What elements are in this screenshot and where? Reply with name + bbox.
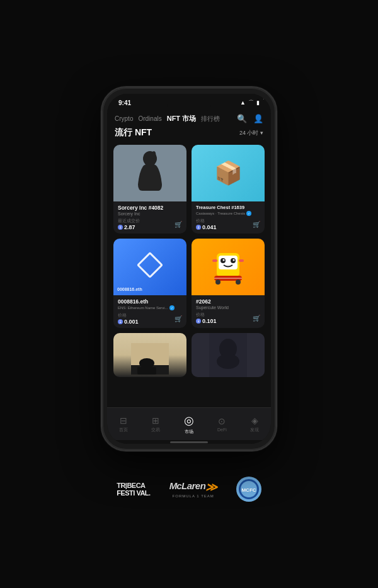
nft-image-6 bbox=[192, 333, 265, 377]
eth-icon-2: Ξ bbox=[196, 225, 201, 230]
profile-icon[interactable]: 👤 bbox=[253, 114, 263, 123]
price-row-2: 价格 Ξ 0.041 🛒 bbox=[196, 218, 260, 230]
phone-shell: 9:41 ▲ ⌒ ▮ Crypto Ordinals NFT 市场 排行榜 🔍 … bbox=[101, 86, 277, 451]
svg-point-7 bbox=[233, 259, 235, 261]
cart-icon-1[interactable]: 🛒 bbox=[175, 221, 182, 228]
market-icon: ◎ bbox=[184, 414, 194, 427]
cart-icon-4[interactable]: 🛒 bbox=[253, 315, 260, 322]
bottom-nav-market[interactable]: ◎ 市场 bbox=[184, 414, 194, 435]
trade-label: 交易 bbox=[151, 427, 160, 433]
nft-collection-2: Castaways · Treasure Chests ✓ bbox=[196, 211, 260, 216]
svg-rect-9 bbox=[239, 259, 244, 262]
nft-image-3: 0008816.eth bbox=[113, 239, 186, 295]
nft-card-6[interactable] bbox=[192, 333, 265, 377]
eth-icon-3: Ξ bbox=[118, 319, 123, 324]
page-header: 流行 NFT 24 小时 ▾ bbox=[107, 126, 271, 142]
eth-icon-1: Ξ bbox=[118, 225, 123, 230]
nft-name-4: #2062 bbox=[196, 298, 211, 305]
ens-image-label: 0008816.eth bbox=[117, 287, 142, 291]
status-time: 9:41 bbox=[118, 99, 131, 106]
price-label-3: 价格 bbox=[118, 313, 139, 319]
nav-bar: Crypto Ordinals NFT 市场 排行榜 🔍 👤 bbox=[107, 111, 271, 126]
bottom-nav-home[interactable]: ⊟ 首页 bbox=[119, 416, 128, 433]
nft-collection-1: Sorcery Inc bbox=[118, 212, 182, 216]
nav-ordinals[interactable]: Ordinals bbox=[138, 115, 161, 122]
mclaren-logo: McLaren≫ FORMULA 1 TEAM bbox=[169, 480, 217, 498]
nft-card-2[interactable]: 📦 Treasure Chest #1639 ⋯ Castaways · Tre… bbox=[192, 145, 265, 234]
svg-point-12 bbox=[236, 280, 241, 285]
nft-grid: Sorcery Inc #4082 Sorcery Inc 最近成交价 Ξ bbox=[113, 145, 265, 377]
price-value-1: Ξ 2.87 bbox=[118, 224, 140, 230]
nft-name-2: Treasure Chest #1639 bbox=[196, 205, 244, 210]
nft-card-3[interactable]: 0008816.eth 0008816.eth ENS: Ethereum Na… bbox=[113, 239, 186, 328]
nft-image-5 bbox=[113, 333, 186, 377]
wifi-icon: ⌒ bbox=[248, 99, 254, 107]
nav-ranking[interactable]: 排行榜 bbox=[201, 115, 220, 123]
nft-info-1: Sorcery Inc #4082 Sorcery Inc 最近成交价 Ξ bbox=[113, 201, 186, 234]
nft-card-5[interactable] bbox=[113, 333, 186, 377]
nft-collection-4: Supercute World bbox=[196, 305, 260, 310]
verified-badge-3: ✓ bbox=[169, 305, 175, 310]
svg-rect-13 bbox=[214, 278, 242, 279]
nft-image-2: 📦 bbox=[192, 145, 265, 201]
phone-screen: 9:41 ▲ ⌒ ▮ Crypto Ordinals NFT 市场 排行榜 🔍 … bbox=[107, 94, 271, 444]
mclaren-name: McLaren≫ bbox=[169, 480, 217, 494]
page-title: 流行 NFT bbox=[115, 127, 152, 139]
bottom-nav-defi[interactable]: ⊙ DeFi bbox=[217, 416, 227, 432]
bottom-nav-trade[interactable]: ⊞ 交易 bbox=[151, 416, 160, 433]
svg-point-6 bbox=[223, 259, 225, 261]
search-icon[interactable]: 🔍 bbox=[237, 114, 247, 123]
discover-label: 发现 bbox=[250, 427, 259, 433]
tribeca-logo: TR|BECA FESTI VAL. bbox=[117, 482, 150, 497]
mancity-logo: MCFC bbox=[236, 477, 261, 502]
svg-point-20 bbox=[217, 354, 239, 369]
notch bbox=[167, 100, 211, 111]
nft-collection-3: ENS: Ethereum Name Servi... ✓ bbox=[118, 305, 182, 310]
mclaren-subtitle: FORMULA 1 TEAM bbox=[173, 494, 214, 498]
battery-icon: ▮ bbox=[256, 99, 260, 106]
nft-name-3: 0008816.eth bbox=[118, 298, 148, 305]
time-filter[interactable]: 24 小时 ▾ bbox=[239, 129, 263, 137]
svg-rect-17 bbox=[137, 367, 156, 375]
home-bar bbox=[170, 441, 208, 443]
phone-wrapper: 9:41 ▲ ⌒ ▮ Crypto Ordinals NFT 市场 排行榜 🔍 … bbox=[101, 86, 277, 451]
nft-name-1: Sorcery Inc #4082 bbox=[118, 205, 163, 211]
price-row-3: 价格 Ξ 0.001 🛒 bbox=[118, 313, 182, 325]
eth-icon-4: Ξ bbox=[196, 319, 201, 324]
nft-card-4[interactable]: #2062 ⋯ Supercute World 价格 Ξ bbox=[192, 239, 265, 328]
market-label: 市场 bbox=[185, 429, 193, 435]
svg-point-16 bbox=[139, 358, 154, 368]
nft-image-1 bbox=[113, 145, 186, 201]
svg-rect-8 bbox=[212, 259, 217, 262]
verified-badge-2: ✓ bbox=[246, 211, 251, 216]
nav-icons: 🔍 👤 bbox=[237, 114, 263, 123]
tribeca-line1: TR|BECA bbox=[117, 482, 150, 489]
price-value-2: Ξ 0.041 bbox=[196, 224, 217, 230]
nft-info-3: 0008816.eth ENS: Ethereum Name Servi... … bbox=[113, 295, 186, 328]
nft-image-4 bbox=[192, 239, 265, 295]
signal-icon: ▲ bbox=[240, 99, 246, 106]
cart-icon-2[interactable]: 🛒 bbox=[253, 221, 260, 228]
skater-svg bbox=[203, 242, 253, 292]
cart-icon-3[interactable]: 🛒 bbox=[175, 315, 182, 322]
trade-icon: ⊞ bbox=[152, 416, 159, 426]
chest-image: 📦 bbox=[214, 160, 243, 186]
home-icon: ⊟ bbox=[120, 416, 127, 426]
price-value-4: Ξ 0.101 bbox=[196, 318, 217, 324]
nav-crypto[interactable]: Crypto bbox=[115, 115, 133, 122]
status-icons: ▲ ⌒ ▮ bbox=[240, 99, 260, 107]
home-indicator bbox=[107, 440, 271, 444]
price-value-3: Ξ 0.001 bbox=[118, 319, 139, 325]
bottom-nav: ⊟ 首页 ⊞ 交易 ◎ 市场 ⊙ DeFi ◈ 发现 bbox=[107, 407, 271, 440]
svg-point-11 bbox=[215, 280, 220, 285]
defi-label: DeFi bbox=[217, 427, 227, 432]
nft-info-2: Treasure Chest #1639 ⋯ Castaways · Treas… bbox=[192, 201, 265, 234]
silhouette-icon bbox=[133, 150, 168, 197]
nav-nft-market[interactable]: NFT 市场 bbox=[167, 114, 196, 123]
svg-text:MCFC: MCFC bbox=[241, 487, 256, 493]
bottom-logos: TR|BECA FESTI VAL. McLaren≫ FORMULA 1 TE… bbox=[117, 477, 261, 502]
price-row-4: 价格 Ξ 0.101 🛒 bbox=[196, 312, 260, 324]
bottom-nav-discover[interactable]: ◈ 发现 bbox=[250, 416, 259, 433]
tribeca-line2: FESTI VAL. bbox=[117, 489, 150, 497]
nft-card-1[interactable]: Sorcery Inc #4082 Sorcery Inc 最近成交价 Ξ bbox=[113, 145, 186, 234]
